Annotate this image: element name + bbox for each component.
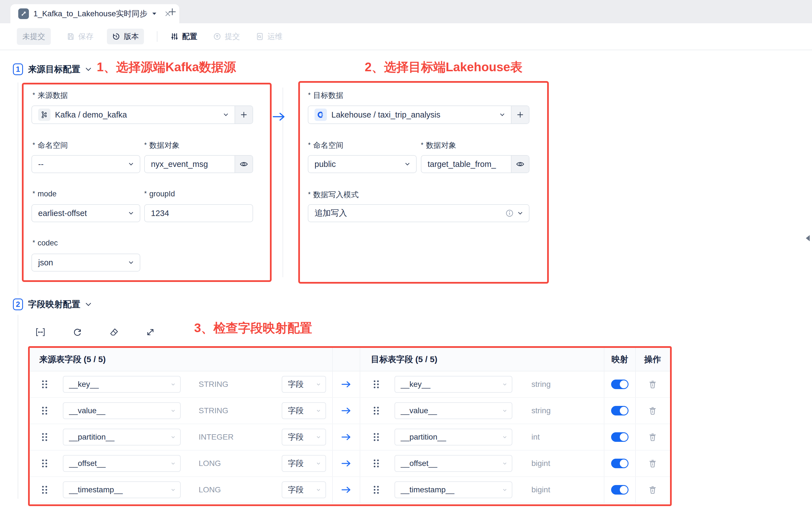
source-field-select[interactable]: __value__ (63, 402, 181, 419)
section-two-collapse-icon[interactable] (85, 302, 91, 306)
target-write-mode-select[interactable]: 追加写入 (308, 204, 529, 222)
delete-row-button[interactable] (648, 485, 658, 494)
source-to-target-arrow-icon (271, 111, 287, 122)
drag-handle-icon[interactable] (42, 381, 47, 388)
annotation-step3: 3、检查字段映射配置 (194, 320, 312, 336)
target-field-select[interactable]: __offset__ (395, 455, 512, 472)
target-field-select[interactable]: __value__ (395, 402, 512, 419)
chevron-down-icon (316, 408, 321, 413)
drag-handle-icon[interactable] (374, 486, 379, 494)
eraser-icon (109, 327, 119, 337)
ops-button[interactable]: 运维 (256, 31, 283, 41)
target-namespace-label: *命名空间 (308, 140, 343, 150)
source-field-select[interactable]: __timestamp__ (63, 481, 181, 498)
chevron-down-icon (171, 487, 176, 492)
new-tab-button[interactable] (165, 5, 180, 19)
section-source-target-header[interactable]: 1 来源目标配置 (13, 63, 91, 75)
pipeline-tab-icon (18, 8, 29, 19)
preview-target-object-button[interactable] (511, 156, 529, 173)
source-groupid-input[interactable]: 1234 (144, 204, 253, 222)
eye-icon (240, 160, 248, 168)
info-icon[interactable] (505, 209, 514, 217)
target-object-input[interactable]: target_table_from_ (421, 155, 529, 173)
clear-mapping-button[interactable] (107, 325, 121, 339)
source-object-input[interactable]: nyx_event_msg (144, 155, 253, 173)
trash-icon (648, 485, 658, 494)
drag-handle-icon[interactable] (374, 407, 379, 415)
tab-caret-icon[interactable] (152, 12, 157, 16)
refresh-mapping-button[interactable] (71, 325, 84, 339)
target-namespace-select[interactable]: public (308, 155, 417, 173)
save-button[interactable]: 保存 (66, 31, 93, 41)
config-button[interactable]: 配置 (170, 31, 197, 41)
row-mapping-arrow-icon (332, 451, 360, 476)
drag-handle-icon[interactable] (42, 407, 47, 415)
section-one-title: 来源目标配置 (28, 63, 80, 75)
ops-icon (256, 32, 264, 41)
delete-row-button[interactable] (648, 380, 658, 389)
chevron-down-icon (128, 210, 134, 216)
source-datasource-select[interactable]: Kafka / demo_kafka (31, 106, 253, 124)
drag-handle-icon[interactable] (42, 486, 47, 494)
source-mode-select[interactable]: earliest-offset (31, 204, 140, 222)
field-mapping-table: 来源表字段 (5 / 5) 目标表字段 (5 / 5) 映射 操作 __key_… (28, 346, 672, 506)
delete-row-button[interactable] (648, 432, 658, 442)
mapping-table-header: 来源表字段 (5 / 5) 目标表字段 (5 / 5) 映射 操作 (30, 348, 670, 371)
mapping-column-header: 映射 (604, 348, 635, 371)
panel-collapse-handle[interactable] (806, 235, 810, 241)
drag-handle-icon[interactable] (374, 433, 379, 441)
delete-row-button[interactable] (648, 406, 658, 416)
mapping-toggle[interactable] (611, 406, 629, 416)
field-kind-select[interactable]: 字段 (282, 376, 326, 393)
field-kind-select[interactable]: 字段 (282, 402, 326, 419)
auto-map-button[interactable] (34, 325, 47, 339)
expand-mapping-button[interactable] (144, 325, 157, 339)
section-field-mapping-header[interactable]: 2 字段映射配置 (13, 298, 91, 310)
target-field-select[interactable]: __timestamp__ (395, 481, 512, 498)
preview-object-button[interactable] (235, 156, 253, 173)
target-field-select[interactable]: __key__ (395, 376, 512, 393)
source-field-select[interactable]: __key__ (63, 376, 181, 393)
submit-button[interactable]: 提交 (213, 31, 240, 41)
toolbar-divider (157, 31, 157, 42)
target-write-mode-label: *数据写入模式 (308, 190, 358, 200)
source-field-select[interactable]: __offset__ (63, 455, 181, 472)
chevron-down-icon (316, 487, 321, 492)
target-fields-header: 目标表字段 (5 / 5) (360, 348, 604, 371)
chevron-down-icon (404, 161, 410, 167)
chevron-down-icon (517, 210, 523, 216)
version-button[interactable]: 版本 (107, 29, 144, 44)
section-one-collapse-icon[interactable] (85, 67, 91, 71)
drag-handle-icon[interactable] (42, 459, 47, 468)
chevron-down-icon (128, 260, 134, 266)
field-kind-select[interactable]: 字段 (282, 455, 326, 472)
target-datasource-select[interactable]: Lakehouse / taxi_trip_analysis (308, 106, 529, 124)
add-target-datasource-button[interactable] (511, 106, 529, 123)
chevron-down-icon (171, 461, 176, 466)
field-kind-select[interactable]: 字段 (282, 481, 326, 498)
mapping-toggle[interactable] (611, 380, 629, 389)
add-datasource-button[interactable] (235, 106, 253, 123)
annotation-step2: 2、选择目标端Lakehouse表 (365, 59, 522, 76)
section-two-title: 字段映射配置 (28, 298, 80, 310)
pipeline-tab[interactable]: 1_Kafka_to_Lakehouse实时同步 (10, 4, 179, 23)
source-field-select[interactable]: __partition__ (63, 429, 181, 446)
drag-handle-icon[interactable] (374, 459, 379, 468)
source-namespace-select[interactable]: -- (31, 155, 140, 173)
eye-icon (516, 160, 524, 168)
mapping-row: __key__ STRING 字段 __key__ string (30, 371, 670, 398)
trash-icon (648, 432, 658, 442)
section-guide-line-2 (18, 315, 18, 499)
field-kind-select[interactable]: 字段 (282, 429, 326, 446)
chevron-down-icon (502, 382, 507, 387)
lakehouse-icon (315, 109, 327, 121)
mapping-toggle[interactable] (611, 432, 629, 442)
mapping-toggle[interactable] (611, 459, 629, 468)
drag-handle-icon[interactable] (374, 381, 379, 388)
mapping-toggle[interactable] (611, 485, 629, 494)
drag-handle-icon[interactable] (42, 433, 47, 441)
target-field-select[interactable]: __partition__ (395, 429, 512, 446)
source-object-label: *数据对象 (144, 140, 180, 150)
delete-row-button[interactable] (648, 459, 658, 468)
source-codec-select[interactable]: json (31, 253, 140, 272)
